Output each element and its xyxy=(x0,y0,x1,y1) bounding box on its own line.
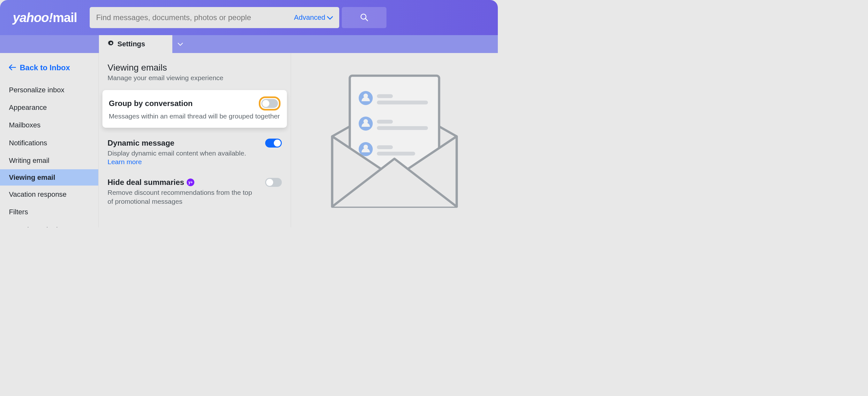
advanced-search-link[interactable]: Advanced xyxy=(294,13,333,22)
illustration-panel xyxy=(291,53,498,227)
logo-product-text: mail xyxy=(53,10,77,25)
search-input[interactable] xyxy=(96,13,294,22)
sidebar-item-vacation-response[interactable]: Vacation response xyxy=(0,186,98,203)
back-to-inbox-link[interactable]: Back to Inbox xyxy=(0,60,98,81)
dynamic-message-toggle[interactable] xyxy=(265,139,282,147)
yahoo-plus-badge-icon: y+ xyxy=(187,178,194,186)
sidebar-item-label: Filters xyxy=(9,208,28,216)
logo-brand-text: yahoo! xyxy=(13,10,53,25)
brand-logo: yahoo!mail xyxy=(13,10,77,25)
search-bar: Advanced xyxy=(90,7,339,28)
setting-group-by-conversation: Group by conversation Messages within an… xyxy=(102,90,287,128)
sidebar-item-appearance[interactable]: Appearance xyxy=(0,99,98,116)
settings-panel: Viewing emails Manage your email viewing… xyxy=(99,53,291,227)
main-panel: Viewing emails Manage your email viewing… xyxy=(98,53,498,227)
setting-dynamic-message: Dynamic message Display dynamic email co… xyxy=(99,134,291,168)
sidebar-item-label: Mailboxes xyxy=(9,121,40,129)
learn-more-link[interactable]: Learn more xyxy=(107,158,282,166)
sidebar-item-viewing-email[interactable]: Viewing email xyxy=(0,169,98,186)
toggle-knob xyxy=(266,179,273,186)
svg-rect-12 xyxy=(377,126,428,130)
sidebar-item-label: Appearance xyxy=(9,104,47,111)
gear-icon xyxy=(108,40,114,48)
sidebar-item-writing-email[interactable]: Writing email xyxy=(0,152,98,169)
advanced-label: Advanced xyxy=(294,13,325,22)
setting-title: Hide deal summaries xyxy=(107,178,184,187)
svg-point-3 xyxy=(110,42,112,44)
sidebar-item-label: Notifications xyxy=(9,139,47,147)
setting-title-row: Hide deal summaries y+ xyxy=(107,178,194,187)
chevron-down-icon xyxy=(178,41,183,48)
toggle-knob xyxy=(274,140,281,147)
section-subtitle: Manage your email viewing experience xyxy=(99,73,291,90)
tab-dropdown-button[interactable] xyxy=(172,35,188,53)
setting-title: Group by conversation xyxy=(109,99,193,108)
tab-bar: Settings xyxy=(0,35,498,53)
search-icon xyxy=(360,13,369,23)
app-header: yahoo!mail Advanced xyxy=(0,0,498,35)
sidebar-item-security-privacy[interactable]: Security and privacy xyxy=(0,221,98,228)
svg-rect-15 xyxy=(377,145,393,149)
svg-rect-8 xyxy=(377,101,428,105)
back-label: Back to Inbox xyxy=(20,63,70,72)
setting-title: Dynamic message xyxy=(107,139,174,147)
content-area: Back to Inbox Personalize inbox Appearan… xyxy=(0,53,498,227)
sidebar-item-filters[interactable]: Filters xyxy=(0,203,98,221)
sidebar-item-label: Personalize inbox xyxy=(9,86,64,94)
sidebar: Back to Inbox Personalize inbox Appearan… xyxy=(0,53,98,227)
sidebar-item-label: Viewing email xyxy=(9,173,55,181)
sidebar-item-label: Vacation response xyxy=(9,190,67,198)
envelope-illustration-icon xyxy=(326,63,463,218)
sidebar-item-personalize-inbox[interactable]: Personalize inbox xyxy=(0,81,98,99)
chevron-down-icon xyxy=(327,14,333,21)
tab-label: Settings xyxy=(118,40,145,48)
arrow-left-icon xyxy=(9,63,16,72)
sidebar-item-notifications[interactable]: Notifications xyxy=(0,134,98,152)
sidebar-item-label: Writing email xyxy=(9,157,50,165)
setting-desc: Display dynamic email content when avail… xyxy=(107,149,282,158)
svg-line-1 xyxy=(365,19,368,21)
search-button[interactable] xyxy=(342,7,386,28)
section-title: Viewing emails xyxy=(99,63,291,73)
svg-rect-7 xyxy=(377,94,393,98)
svg-rect-16 xyxy=(377,152,415,155)
setting-desc: Messages within an email thread will be … xyxy=(109,112,280,121)
svg-rect-11 xyxy=(377,120,393,123)
sidebar-item-mailboxes[interactable]: Mailboxes xyxy=(0,116,98,134)
tab-settings[interactable]: Settings xyxy=(99,35,172,53)
toggle-knob xyxy=(262,100,269,107)
setting-desc: Remove discount recommendations from the… xyxy=(107,188,254,206)
group-by-conversation-toggle[interactable] xyxy=(261,99,278,108)
toggle-highlight-ring xyxy=(259,96,280,111)
sidebar-item-label: Security and privacy xyxy=(9,226,72,228)
hide-deal-summaries-toggle[interactable] xyxy=(265,178,282,187)
setting-hide-deal-summaries: Hide deal summaries y+ Remove discount r… xyxy=(99,168,291,209)
